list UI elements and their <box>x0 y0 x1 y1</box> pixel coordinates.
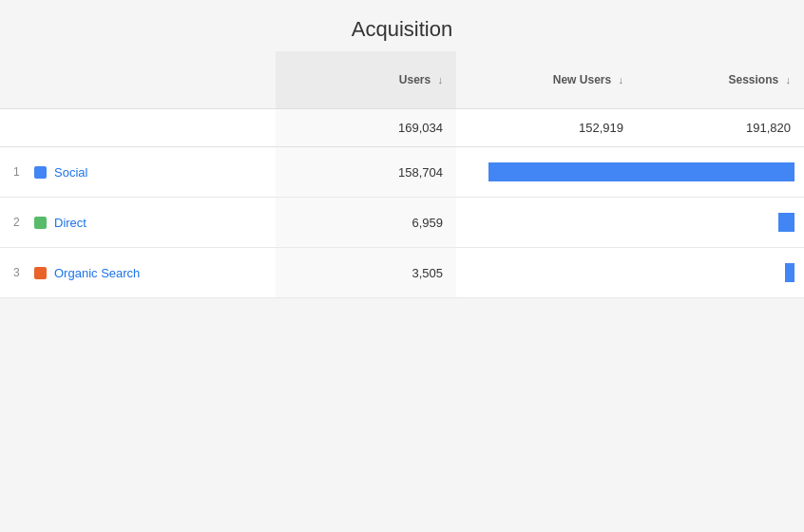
totals-row: 169,034 152,919 191,820 <box>0 109 804 147</box>
row-number: 1 <box>13 165 27 179</box>
data-table: Users ↓ New Users ↓ Sessions ↓ <box>0 51 804 298</box>
users-value-social: 158,704 <box>276 147 456 198</box>
table-row: 3 Organic Search 3,505 <box>0 248 804 298</box>
bar-direct <box>778 213 794 232</box>
totals-new-users: 152,919 <box>456 109 637 147</box>
channel-color-social <box>34 166 47 179</box>
row-number: 2 <box>13 216 27 229</box>
col-header-users[interactable]: Users ↓ <box>276 51 456 109</box>
totals-channel-cell <box>0 109 276 147</box>
channel-cell-organic: 3 Organic Search <box>0 248 276 298</box>
sessions-sort-icon[interactable]: ↓ <box>786 74 792 86</box>
page-title: Acquisition <box>0 17 804 42</box>
totals-sessions: 191,820 <box>637 109 804 147</box>
channel-link-direct[interactable]: Direct <box>54 216 86 230</box>
title-section: Acquisition <box>0 0 804 51</box>
users-sort-icon[interactable]: ↓ <box>438 74 444 86</box>
col-header-sessions[interactable]: Sessions ↓ <box>637 51 804 109</box>
users-value-direct: 6,959 <box>276 198 456 248</box>
table-row: 1 Social 158,704 <box>0 147 804 198</box>
channel-link-organic[interactable]: Organic Search <box>54 266 140 280</box>
table-row: 2 Direct 6,959 <box>0 198 804 248</box>
channel-link-social[interactable]: Social <box>54 165 87 180</box>
bar-organic <box>785 263 794 282</box>
col-header-channel <box>0 51 276 109</box>
users-value-organic: 3,505 <box>276 248 456 298</box>
new-users-sort-icon[interactable]: ↓ <box>619 74 624 86</box>
page-container: Acquisition Users ↓ New Users ↓ <box>0 0 804 298</box>
channel-color-direct <box>34 217 47 229</box>
table-wrapper: Users ↓ New Users ↓ Sessions ↓ <box>0 51 804 298</box>
bar-cell-organic <box>456 248 804 298</box>
totals-users: 169,034 <box>276 109 456 147</box>
bar-social <box>488 162 794 181</box>
row-number: 3 <box>13 266 27 279</box>
col-header-new-users[interactable]: New Users ↓ <box>456 51 637 109</box>
bar-cell-direct <box>456 198 804 248</box>
channel-color-organic <box>34 267 47 279</box>
bar-cell-social <box>456 147 804 198</box>
channel-cell-social: 1 Social <box>0 147 276 198</box>
channel-cell-direct: 2 Direct <box>0 198 276 248</box>
